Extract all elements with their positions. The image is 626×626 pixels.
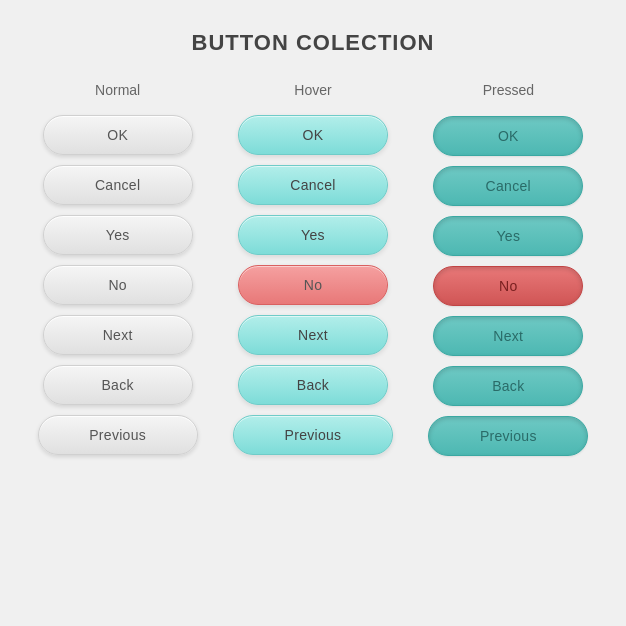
header-pressed: Pressed — [411, 76, 606, 110]
btn-previous-normal[interactable]: Previous — [38, 415, 198, 455]
btn-next-pressed[interactable]: Next — [433, 316, 583, 356]
cell-previous-normal: Previous — [20, 410, 215, 460]
cell-yes-normal: Yes — [20, 210, 215, 260]
btn-no-normal[interactable]: No — [43, 265, 193, 305]
btn-next-normal[interactable]: Next — [43, 315, 193, 355]
cell-no-normal: No — [20, 260, 215, 310]
btn-ok-pressed[interactable]: OK — [433, 116, 583, 156]
btn-cancel-pressed[interactable]: Cancel — [433, 166, 583, 206]
cell-back-pressed: Back — [411, 360, 606, 410]
cell-no-hover: No — [215, 260, 410, 310]
header-hover: Hover — [215, 76, 410, 110]
cell-next-pressed: Next — [411, 310, 606, 360]
cell-next-hover: Next — [215, 310, 410, 360]
page-container: BUTTON COLECTION Normal Hover Pressed OK… — [10, 10, 616, 626]
btn-previous-pressed[interactable]: Previous — [428, 416, 588, 456]
cell-previous-pressed: Previous — [411, 410, 606, 460]
cell-cancel-normal: Cancel — [20, 160, 215, 210]
cell-cancel-hover: Cancel — [215, 160, 410, 210]
cell-ok-pressed: OK — [411, 110, 606, 160]
btn-ok-normal[interactable]: OK — [43, 115, 193, 155]
cell-next-normal: Next — [20, 310, 215, 360]
cell-ok-normal: OK — [20, 110, 215, 160]
btn-previous-hover[interactable]: Previous — [233, 415, 393, 455]
cell-yes-hover: Yes — [215, 210, 410, 260]
btn-cancel-hover[interactable]: Cancel — [238, 165, 388, 205]
cell-cancel-pressed: Cancel — [411, 160, 606, 210]
btn-no-hover[interactable]: No — [238, 265, 388, 305]
btn-yes-hover[interactable]: Yes — [238, 215, 388, 255]
cell-back-hover: Back — [215, 360, 410, 410]
btn-no-pressed[interactable]: No — [433, 266, 583, 306]
cell-back-normal: Back — [20, 360, 215, 410]
btn-ok-hover[interactable]: OK — [238, 115, 388, 155]
button-grid: Normal Hover Pressed OK OK OK Cancel Can… — [20, 76, 606, 460]
cell-previous-hover: Previous — [215, 410, 410, 460]
cell-ok-hover: OK — [215, 110, 410, 160]
header-normal: Normal — [20, 76, 215, 110]
btn-back-normal[interactable]: Back — [43, 365, 193, 405]
cell-no-pressed: No — [411, 260, 606, 310]
btn-back-pressed[interactable]: Back — [433, 366, 583, 406]
btn-cancel-normal[interactable]: Cancel — [43, 165, 193, 205]
btn-yes-normal[interactable]: Yes — [43, 215, 193, 255]
btn-back-hover[interactable]: Back — [238, 365, 388, 405]
btn-next-hover[interactable]: Next — [238, 315, 388, 355]
btn-yes-pressed[interactable]: Yes — [433, 216, 583, 256]
cell-yes-pressed: Yes — [411, 210, 606, 260]
page-title: BUTTON COLECTION — [20, 30, 606, 56]
